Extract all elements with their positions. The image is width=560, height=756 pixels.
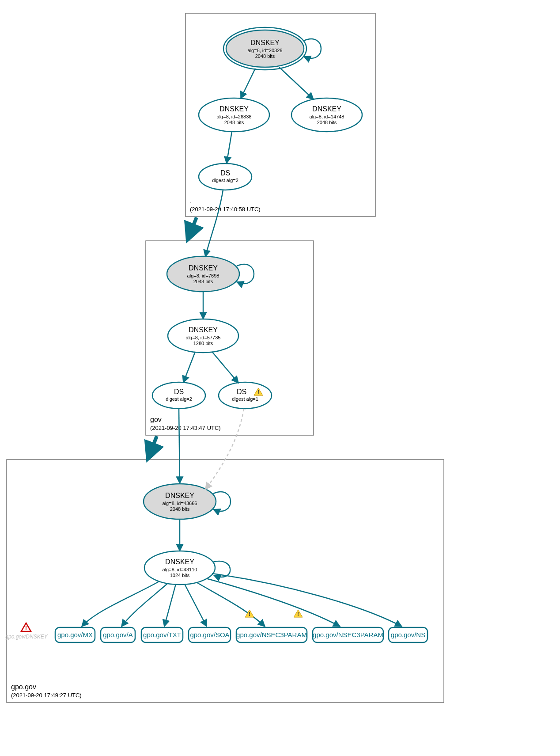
svg-text:!: ! [257, 389, 259, 395]
rr-txt-label: gpo.gov/TXT [143, 631, 181, 638]
edge-zsk-txt [164, 584, 176, 627]
node-gov-ksk[interactable]: DNSKEY alg=8, id=7698 2048 bits [167, 256, 239, 292]
svg-text:!: ! [25, 625, 27, 631]
node-gov-ksk-sub2: 2048 bits [193, 279, 213, 284]
node-gpo-zsk[interactable]: DNSKEY alg=8, id=43110 1024 bits [144, 551, 215, 585]
node-gov-ksk-sub1: alg=8, id=7698 [187, 273, 219, 278]
node-gov-ds2[interactable]: DS digest alg=2 [152, 382, 205, 409]
svg-point-7 [152, 382, 205, 409]
node-root-zsk2[interactable]: DNSKEY alg=8, id=14748 2048 bits [291, 98, 362, 132]
svg-point-4 [199, 163, 252, 190]
warning-icon: ! [245, 610, 254, 617]
node-root-ds-title: DS [220, 169, 230, 177]
node-root-zsk1-sub2: 2048 bits [224, 120, 244, 125]
node-gov-ds2-title: DS [174, 388, 184, 395]
zone-ts-root: (2021-09-20 17:40:58 UTC) [190, 206, 261, 213]
svg-point-8 [219, 382, 272, 409]
rr-mx-label: gpo.gov/MX [57, 631, 93, 638]
node-root-zsk1-title: DNSKEY [219, 105, 249, 113]
node-gov-zsk-sub2: 1280 bits [193, 341, 213, 346]
node-gov-ds1-title: DS [237, 388, 246, 395]
zone-label-root: . [190, 197, 192, 205]
node-gov-ds1-sub1: digest alg=1 [232, 396, 258, 402]
node-gov-zsk[interactable]: DNSKEY alg=8, id=57735 1280 bits [168, 319, 238, 353]
node-root-zsk1[interactable]: DNSKEY alg=8, id=26838 2048 bits [199, 98, 269, 132]
svg-text:!: ! [297, 611, 299, 617]
rr-a-label: gpo.gov/A [103, 631, 133, 638]
zone-ts-gpo: (2021-09-20 17:49:27 UTC) [11, 692, 82, 699]
node-gov-zsk-title: DNSKEY [189, 326, 218, 334]
node-root-zsk1-sub1: alg=8, id=26838 [217, 114, 252, 119]
rr-soa-label: gpo.gov/SOA [190, 631, 229, 638]
node-root-ksk[interactable]: DNSKEY alg=8, id=20326 2048 bits [223, 27, 306, 70]
node-gpo-ksk-title: DNSKEY [165, 492, 194, 499]
rr-txt[interactable]: gpo.gov/TXT [141, 627, 183, 642]
edge-rootksk-rootzsk1 [241, 68, 255, 99]
zone-ts-gov: (2021-09-20 17:43:47 UTC) [150, 425, 221, 431]
edge-zsk-a [121, 583, 168, 627]
node-root-ksk-sub2: 2048 bits [255, 53, 275, 59]
edge-govzsk-govds2 [183, 352, 195, 383]
phantom-dnskey-label: gpo.gov/DNSKEY [5, 634, 48, 640]
node-root-zsk2-sub2: 2048 bits [317, 120, 337, 125]
rr-nsec3b[interactable]: gpo.gov/NSEC3PARAM [313, 627, 383, 642]
node-gpo-zsk-title: DNSKEY [165, 558, 194, 566]
node-gpo-zsk-sub2: 1024 bits [170, 573, 190, 578]
edge-rootksk-rootzsk2 [279, 67, 314, 99]
node-gpo-ksk-sub2: 2048 bits [170, 506, 190, 512]
node-gov-ksk-title: DNSKEY [189, 264, 218, 272]
node-root-ds[interactable]: DS digest alg=2 [199, 163, 252, 190]
edge-zsk-ns [212, 574, 402, 627]
warning-icon: ! [294, 610, 303, 617]
zone-arrow-root-gov [188, 217, 197, 239]
node-root-ksk-sub1: alg=8, id=20326 [248, 48, 283, 53]
error-icon: ! [21, 623, 31, 631]
node-gov-ds1[interactable]: DS digest alg=1 [219, 382, 272, 409]
rr-nsec3b-label: gpo.gov/NSEC3PARAM [313, 631, 383, 638]
edge-govds1-gpoksk-dashed [205, 409, 244, 490]
rr-nsec3a[interactable]: gpo.gov/NSEC3PARAM [236, 627, 307, 642]
rr-mx[interactable]: gpo.gov/MX [55, 627, 95, 642]
node-gpo-zsk-sub1: alg=8, id=43110 [163, 567, 197, 572]
node-gov-zsk-sub1: alg=8, id=57735 [186, 335, 221, 340]
edge-zsk-nsec3b [208, 579, 340, 627]
rr-nsec3a-label: gpo.gov/NSEC3PARAM [236, 631, 307, 638]
node-gpo-ksk-sub1: alg=8, id=43666 [163, 501, 197, 506]
node-root-ksk-title: DNSKEY [250, 39, 280, 46]
edge-govds2-gpoksk [179, 409, 180, 483]
node-gov-ds2-sub1: digest alg=2 [166, 396, 192, 402]
zone-label-gov: gov [150, 416, 162, 423]
edge-rootzsk1-rootds [227, 132, 232, 163]
node-root-zsk2-title: DNSKEY [312, 105, 341, 113]
zone-box-gpo [7, 460, 444, 703]
rr-a[interactable]: gpo.gov/A [101, 627, 135, 642]
rr-ns[interactable]: gpo.gov/NS [389, 627, 428, 642]
node-root-ds-sub1: digest alg=2 [212, 178, 238, 183]
rr-ns-label: gpo.gov/NS [391, 631, 425, 638]
edge-zsk-mx [82, 581, 159, 627]
rr-soa[interactable]: gpo.gov/SOA [189, 627, 231, 642]
zone-label-gpo: gpo.gov [11, 683, 36, 691]
edge-zsk-nsec3a [197, 582, 265, 627]
edge-rootds-govksk [205, 190, 223, 257]
edge-zsk-soa [185, 584, 207, 627]
node-root-zsk2-sub1: alg=8, id=14748 [310, 114, 344, 119]
svg-text:!: ! [249, 611, 250, 617]
zone-arrow-gov-gpo [148, 436, 157, 459]
edge-govzsk-govds1 [212, 352, 238, 383]
